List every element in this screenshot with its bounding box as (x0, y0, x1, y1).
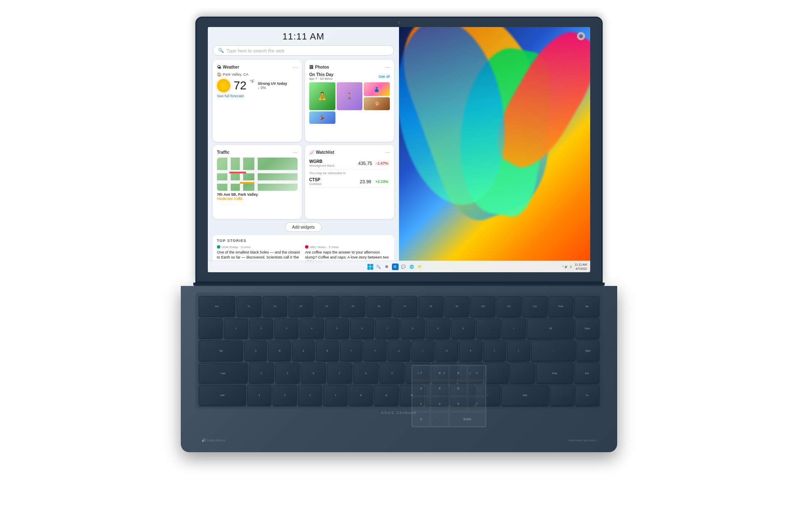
key-backtick[interactable]: ` (199, 318, 223, 339)
key-esc[interactable]: Esc (199, 296, 235, 317)
key-w[interactable]: W (268, 340, 291, 361)
key-x[interactable]: X (273, 385, 297, 406)
key-f8[interactable]: F8 (419, 296, 443, 317)
key-f12[interactable]: F12 (522, 296, 547, 317)
key-shift-r[interactable]: Shift (501, 385, 549, 406)
key-a[interactable]: A (249, 363, 274, 384)
key-6[interactable]: 6 (350, 318, 374, 339)
key-f10[interactable]: F10 (470, 296, 495, 317)
num-9[interactable]: 9 (449, 365, 468, 380)
key-v[interactable]: V (323, 385, 347, 406)
key-r[interactable]: R (316, 340, 338, 361)
nbc-news-icon (305, 245, 308, 249)
key-prtsc[interactable]: PrtSc (549, 296, 574, 317)
key-backslash[interactable]: \ (531, 340, 576, 361)
key-1[interactable]: 1 (224, 318, 248, 339)
key-d[interactable]: D (301, 363, 326, 384)
num-enter[interactable]: Enter (449, 412, 486, 427)
key-shift-l[interactable]: Shift (199, 385, 246, 406)
widgets-taskbar-button[interactable]: ⊞ (384, 264, 390, 270)
num-2[interactable]: 2 (431, 397, 449, 411)
key-up[interactable]: ↑ (550, 385, 574, 406)
photos-see-all[interactable]: See all (378, 74, 390, 79)
chat-taskbar-icon[interactable]: 💬 (400, 264, 407, 270)
num-6[interactable]: 6 (449, 381, 468, 396)
num-5[interactable]: 5 (431, 381, 449, 396)
watchlist-menu[interactable]: ··· (385, 149, 390, 155)
num-0[interactable]: 0 (412, 412, 430, 427)
key-enter[interactable]: Enter (536, 363, 573, 384)
key-o[interactable]: O (436, 340, 458, 361)
screen-settings-icon[interactable]: ⚙ (577, 32, 585, 40)
key-s[interactable]: S (275, 363, 300, 384)
key-7[interactable]: 7 (375, 318, 399, 339)
search-taskbar-button[interactable]: 🔍 (375, 264, 382, 270)
num-multiply[interactable]: × (468, 365, 486, 380)
edge-taskbar-icon[interactable]: 🌐 (409, 264, 415, 270)
key-f3[interactable]: F3 (288, 296, 313, 317)
key-quote[interactable]: ' (510, 363, 535, 384)
photos-menu[interactable]: ··· (385, 64, 390, 70)
key-2[interactable]: 2 (249, 318, 273, 339)
num-1[interactable]: 1 (412, 397, 430, 411)
key-lbracket[interactable]: [ (483, 340, 506, 361)
num-4[interactable]: 4 (412, 381, 430, 396)
num-3[interactable]: 3 (449, 397, 468, 411)
key-f7[interactable]: F7 (393, 296, 418, 317)
key-h[interactable]: H (379, 363, 404, 384)
weather-icon: 🌤 (217, 65, 221, 69)
key-q[interactable]: Q (244, 340, 267, 361)
key-f11[interactable]: F11 (497, 296, 522, 317)
key-u[interactable]: U (388, 340, 410, 361)
weather-forecast-link[interactable]: See full forecast (217, 94, 298, 98)
key-g[interactable]: G (353, 363, 378, 384)
key-f2[interactable]: F2 (263, 296, 288, 317)
key-5[interactable]: 5 (325, 318, 349, 339)
key-z[interactable]: Z (247, 385, 271, 406)
key-del[interactable]: Del (574, 296, 599, 317)
key-tab[interactable]: Tab (199, 340, 243, 361)
key-f9[interactable]: F9 (445, 296, 470, 317)
key-b[interactable]: B (349, 385, 373, 406)
key-t[interactable]: T (340, 340, 362, 361)
key-backspace[interactable]: ⌫ (527, 318, 574, 339)
key-pgup[interactable]: PgUp (575, 318, 599, 339)
key-semicolon[interactable]: ; (484, 363, 509, 384)
key-equals[interactable]: = (502, 318, 526, 339)
key-f1[interactable]: F1 (236, 296, 261, 317)
numpad: 7 8 9 × 4 5 6 - 1 2 3 + 0 . Enter (411, 365, 486, 427)
key-f6[interactable]: F6 (367, 296, 392, 317)
add-widgets-button[interactable]: Add widgets (285, 222, 322, 232)
key-end[interactable]: End (574, 363, 599, 384)
num-add[interactable]: + (468, 397, 486, 411)
key-f[interactable]: F (327, 363, 352, 384)
num-7[interactable]: 7 (412, 365, 430, 380)
key-fn2[interactable]: Fn (575, 385, 599, 406)
key-minus[interactable]: - (476, 318, 500, 339)
key-c[interactable]: C (298, 385, 322, 406)
folder-taskbar-icon[interactable]: 📁 (417, 264, 424, 270)
key-n[interactable]: N (374, 385, 398, 406)
key-8[interactable]: 8 (401, 318, 425, 339)
weather-menu[interactable]: ··· (293, 64, 298, 70)
key-y[interactable]: Y (364, 340, 386, 361)
key-i[interactable]: I (411, 340, 434, 361)
windows-start-button[interactable] (367, 264, 374, 270)
key-0[interactable]: 0 (451, 318, 475, 339)
key-p[interactable]: P (459, 340, 482, 361)
key-e[interactable]: E (292, 340, 315, 361)
key-rbracket[interactable]: ] (507, 340, 530, 361)
num-subtract[interactable]: - (468, 381, 486, 396)
search-bar[interactable]: 🔍 Type here to search the web (213, 45, 394, 56)
key-3[interactable]: 3 (274, 318, 298, 339)
num-8[interactable]: 8 (431, 365, 449, 380)
traffic-menu[interactable]: ··· (293, 149, 298, 155)
num-decimal[interactable]: . (431, 412, 449, 427)
key-9[interactable]: 9 (426, 318, 450, 339)
key-f4[interactable]: F4 (315, 296, 340, 317)
key-pgdn[interactable]: PgDn (577, 340, 599, 361)
key-capslock[interactable]: Caps (199, 363, 248, 384)
key-4[interactable]: 4 (300, 318, 324, 339)
store-taskbar-icon[interactable]: ⊞ (392, 264, 399, 270)
key-f5[interactable]: F5 (341, 296, 366, 317)
